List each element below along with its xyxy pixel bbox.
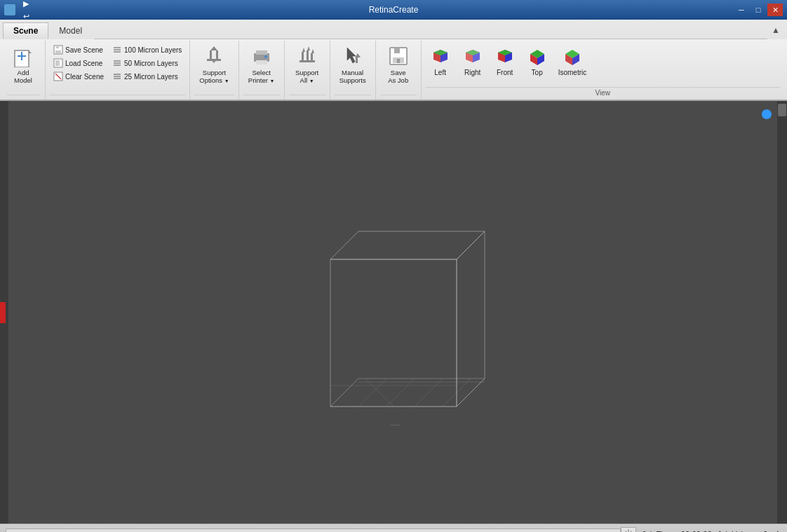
ribbon-group-scene: Save Scene Load Scene Clear Scene (46, 41, 190, 100)
viewport[interactable]: ___ (0, 101, 787, 524)
svg-line-66 (386, 378, 415, 407)
top-view-icon (526, 45, 549, 67)
select-printer-button[interactable]: SelectPrinter ▼ (243, 42, 280, 86)
support-all-button[interactable]: SupportAll ▼ (289, 42, 325, 86)
select-printer-icon (250, 45, 273, 67)
svg-line-64 (330, 378, 358, 407)
layers-50-icon (112, 58, 122, 68)
save-as-job-icon (387, 45, 410, 67)
ribbon: Scene Model ▲ AddModel (0, 20, 787, 101)
job-volume-value: 0 mL (763, 530, 781, 533)
svg-rect-42 (394, 48, 400, 53)
scene-items: Save Scene Load Scene Clear Scene (50, 42, 185, 93)
isometric-view-icon (561, 45, 584, 67)
horizontal-scrollbar[interactable] (6, 528, 621, 533)
view-top-button[interactable]: Top (523, 42, 552, 86)
manual-supports-button[interactable]: ManualSupports (335, 42, 371, 86)
layers-100-label: 100 Micron Layers (124, 46, 182, 54)
ribbon-group-view: Left Right (422, 41, 784, 100)
clear-scene-label: Clear Scene (65, 73, 104, 81)
red-indicator (0, 302, 6, 323)
view-top-label: Top (532, 69, 543, 76)
ribbon-group-save-job: SaveAs Job (376, 41, 422, 100)
qat-btn-3[interactable]: ↩ (18, 10, 34, 22)
manual-supports-icon (342, 45, 364, 67)
app-title: RetinaCreate (369, 5, 419, 15)
layers-col: 100 Micron Layers 50 Micron Layers 25 Mi… (109, 42, 185, 83)
select-printer-label: SelectPrinter ▼ (248, 69, 275, 85)
svg-point-0 (6, 6, 14, 14)
status-left (6, 528, 621, 533)
svg-point-29 (264, 55, 267, 58)
scroll-thumb-up[interactable] (778, 104, 786, 116)
save-job-group-label (380, 95, 417, 98)
view-right-label: Right (464, 69, 480, 76)
svg-rect-32 (307, 50, 309, 60)
add-model-label: AddModel (14, 69, 32, 85)
vertical-scrollbar[interactable] (777, 101, 787, 524)
scene-group-label (50, 95, 185, 98)
add-model-icon (12, 45, 34, 67)
support-options-button[interactable]: SupportOptions ▼ (194, 42, 234, 86)
maximize-button[interactable]: □ (751, 4, 766, 16)
support-all-label: SupportAll ▼ (295, 69, 318, 85)
save-as-job-button[interactable]: SaveAs Job (380, 42, 417, 86)
svg-text:___: ___ (389, 419, 400, 425)
qat-dropdown[interactable]: ▼ (18, 22, 34, 35)
settings-button[interactable] (621, 527, 636, 533)
qat-btn-2[interactable]: ▶ (18, 0, 34, 10)
load-scene-button[interactable]: Load Scene (50, 57, 107, 69)
svg-rect-27 (256, 50, 267, 55)
svg-rect-38 (356, 57, 358, 63)
svg-marker-34 (302, 48, 305, 52)
ribbon-group-support-all: SupportAll ▼ (285, 41, 330, 100)
layers-50-label: 50 Micron Layers (124, 60, 178, 67)
layers-25-label: 25 Micron Layers (124, 73, 178, 81)
support-options-items: SupportOptions ▼ (194, 42, 234, 93)
save-scene-button[interactable]: Save Scene (50, 43, 107, 56)
ribbon-tabs: Scene Model ▲ (0, 20, 787, 39)
view-right-button[interactable]: Right (458, 42, 487, 86)
ribbon-content: AddModel Save Scene (0, 39, 787, 100)
close-button[interactable]: ✕ (767, 4, 783, 16)
minimize-button[interactable]: ─ (734, 4, 749, 16)
svg-line-67 (415, 378, 443, 407)
addmodel-group-label (7, 95, 39, 98)
svg-marker-61 (330, 231, 485, 259)
job-time-value: 00:00:00 (681, 530, 712, 533)
layers-25-button[interactable]: 25 Micron Layers (109, 70, 185, 83)
select-printer-group-label (243, 95, 280, 98)
save-as-job-label: SaveAs Job (388, 69, 408, 85)
save-scene-label: Save Scene (65, 46, 103, 54)
tab-model[interactable]: Model (48, 22, 93, 39)
clear-scene-button[interactable]: Clear Scene (50, 70, 107, 83)
view-isometric-button[interactable]: Isometric (555, 42, 591, 86)
ribbon-group-support-options: SupportOptions ▼ (190, 41, 238, 100)
view-left-button[interactable]: Left (426, 42, 455, 86)
svg-rect-6 (55, 50, 61, 53)
support-options-group-label (194, 95, 234, 98)
app-icon (4, 4, 15, 15)
layers-100-button[interactable]: 100 Micron Layers (109, 43, 185, 56)
svg-rect-28 (256, 60, 267, 64)
view-front-button[interactable]: Front (490, 42, 520, 86)
layers-50-button[interactable]: 50 Micron Layers (109, 57, 185, 69)
svg-rect-9 (55, 60, 60, 66)
left-view-icon (429, 45, 452, 67)
job-time-label: Job Time: (642, 530, 675, 533)
svg-rect-33 (311, 53, 313, 60)
svg-marker-63 (330, 378, 485, 407)
svg-marker-35 (307, 46, 310, 50)
wireframe-container: ___ (288, 189, 499, 436)
save-scene-icon (53, 45, 63, 55)
title-bar: ◀ ▶ ↩ ▼ RetinaCreate ─ □ ✕ (0, 0, 787, 20)
support-options-icon (203, 45, 225, 67)
svg-marker-24 (210, 46, 217, 50)
manual-supports-group-label (335, 95, 371, 98)
svg-rect-31 (302, 52, 304, 60)
window-controls: ─ □ ✕ (734, 4, 783, 16)
job-volume-label: Job Volume (718, 530, 758, 533)
ribbon-collapse-btn[interactable]: ▲ (767, 22, 784, 39)
add-model-button[interactable]: AddModel (7, 42, 39, 86)
svg-rect-43 (397, 59, 400, 63)
